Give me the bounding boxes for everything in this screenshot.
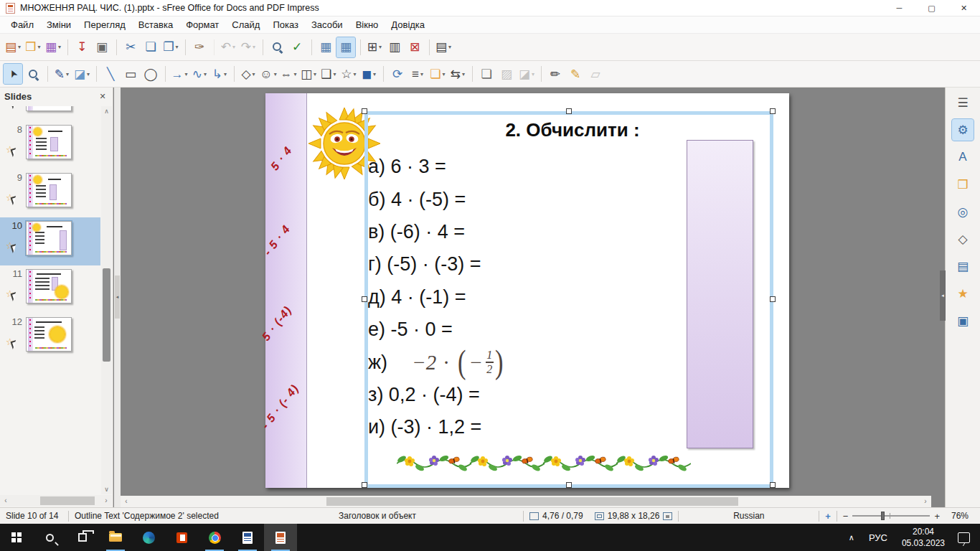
select-icon[interactable]: ➤	[4, 64, 22, 84]
properties-icon[interactable]: ⚙	[952, 119, 974, 141]
animation-indicator-icon[interactable]: ☆	[6, 194, 20, 207]
scroll-right-icon[interactable]: ›	[100, 495, 112, 507]
notification-center-icon[interactable]	[958, 532, 970, 543]
decorative-purple-rectangle[interactable]	[687, 140, 753, 448]
search-icon[interactable]	[33, 524, 66, 551]
zoom-slider[interactable]: − +	[837, 508, 946, 524]
slide-title[interactable]: 2. Обчислити :	[372, 119, 773, 141]
scroll-right-icon[interactable]: ›	[920, 496, 931, 507]
undo-icon[interactable]: ↶	[219, 37, 237, 57]
menu-item[interactable]: Слайд	[225, 17, 266, 32]
formula-image[interactable]: −2 · ( − 1 2 )	[412, 346, 504, 379]
edit-points-icon[interactable]: ✏	[546, 64, 565, 84]
animation-indicator-icon[interactable]: ☆	[6, 106, 20, 111]
ellipse-icon[interactable]: ◯	[141, 64, 160, 84]
zoom-in-button[interactable]: +	[934, 511, 940, 522]
delete-slide-icon[interactable]: ⊠	[405, 37, 424, 57]
decorative-left-band[interactable]: 5 · 4 - 5 · 4 5 · (-4) - 5 · (- 4)	[265, 93, 307, 488]
slides-panel-horizontal-scrollbar[interactable]: ‹ ›	[0, 495, 112, 507]
start-icon[interactable]	[0, 524, 33, 551]
zoom-icon[interactable]	[24, 64, 42, 84]
master-slides-icon[interactable]: ▣	[952, 310, 974, 331]
find-replace-icon[interactable]	[268, 37, 286, 57]
fill-color-icon[interactable]: ◪	[72, 64, 91, 84]
writer-icon[interactable]	[231, 524, 264, 551]
new-slide-icon[interactable]: ⊞	[365, 37, 384, 57]
align-objects-icon[interactable]: ≡	[408, 64, 427, 84]
lines-arrows-icon[interactable]: →	[170, 64, 189, 84]
scroll-down-icon[interactable]: ∨	[101, 484, 112, 494]
selection-handle-bottom-left[interactable]	[362, 482, 367, 488]
rotate-icon[interactable]: ⟳	[388, 64, 407, 84]
chrome-icon[interactable]	[198, 524, 231, 551]
slide-thumbnail[interactable]	[26, 173, 72, 207]
styles-icon[interactable]: A	[952, 146, 974, 168]
slides-panel-close-icon[interactable]: ✕	[97, 92, 108, 101]
star-shapes-icon[interactable]: ☆	[339, 64, 358, 84]
task-view-icon[interactable]	[66, 524, 99, 551]
animation-icon[interactable]: ★	[952, 283, 974, 304]
menu-item[interactable]: Зміни	[40, 17, 77, 32]
menu-item[interactable]: Показ	[266, 17, 305, 32]
minimize-button[interactable]: ─	[883, 0, 915, 16]
curve-icon[interactable]: ∿	[190, 64, 209, 84]
selection-handle-bottom-middle[interactable]	[566, 482, 572, 488]
basic-shapes-icon[interactable]: ◇	[239, 64, 258, 84]
duplicate-slide-icon[interactable]: ▥	[385, 37, 404, 57]
open-folder-icon[interactable]: ❒	[24, 37, 42, 57]
selection-handle-top-middle[interactable]	[566, 108, 572, 114]
slide-thumbnail[interactable]	[26, 317, 72, 352]
slide-thumbnail[interactable]	[26, 125, 72, 159]
edge-icon[interactable]	[132, 524, 165, 551]
insert-line-icon[interactable]: ╲	[101, 64, 120, 84]
menu-item[interactable]: Вікно	[349, 17, 385, 32]
snap-grid-icon[interactable]: ▦	[336, 37, 355, 57]
zoom-out-button[interactable]: −	[843, 511, 849, 522]
distribute-icon[interactable]: ⇆	[448, 64, 467, 84]
selection-handle-top-left[interactable]	[362, 108, 367, 114]
language-status[interactable]: Russian	[679, 508, 819, 524]
spelling-icon[interactable]: ✓	[288, 37, 306, 57]
rectangle-icon[interactable]: ▭	[121, 64, 140, 84]
slide-10-canvas[interactable]: 5 · 4 - 5 · 4 5 · (-4) - 5 · (- 4)	[265, 93, 789, 488]
scroll-up-icon[interactable]: ∧	[101, 106, 112, 116]
scroll-left-icon[interactable]: ‹	[121, 496, 132, 507]
menu-item[interactable]: Формат	[179, 17, 225, 32]
3d-objects-icon[interactable]: ◼	[359, 64, 378, 84]
print-icon[interactable]: ▣	[93, 37, 111, 57]
maximize-button[interactable]: ▢	[915, 0, 948, 16]
cut-icon[interactable]: ✂	[121, 37, 140, 57]
edit-canvas[interactable]: 5 · 4 - 5 · 4 5 · (-4) - 5 · (- 4)	[121, 88, 931, 507]
scrollbar-thumb[interactable]	[103, 268, 110, 362]
tray-expand-icon[interactable]: ∧	[842, 533, 862, 542]
menu-item[interactable]: Вставка	[132, 17, 179, 32]
clock[interactable]: 20:04 05.03.2023	[895, 526, 952, 549]
scrollbar-thumb[interactable]	[40, 496, 95, 505]
selection-handle-top-right[interactable]	[770, 108, 776, 114]
shapes-icon[interactable]: ◇	[952, 228, 974, 250]
zoom-thumb[interactable]	[881, 512, 885, 520]
menu-item[interactable]: Файл	[4, 17, 40, 32]
animation-indicator-icon[interactable]: ☆	[6, 242, 20, 255]
impress-icon[interactable]	[264, 524, 297, 551]
scrollbar-thumb[interactable]	[326, 497, 738, 506]
sidebar-menu-icon[interactable]: ☰	[952, 92, 974, 113]
copy-icon[interactable]: ❏	[141, 37, 160, 57]
redo-icon[interactable]: ↷	[239, 37, 258, 57]
slide-transition-icon[interactable]: ▤	[952, 255, 974, 277]
flowchart-icon[interactable]: ◫	[299, 64, 318, 84]
selection-handle-middle-left[interactable]	[362, 296, 367, 302]
slides-panel-vertical-scrollbar[interactable]: ∧ ∨	[101, 106, 112, 494]
save-icon[interactable]: ▦	[44, 37, 62, 57]
menu-item[interactable]: Засоби	[305, 17, 349, 32]
callout-shapes-icon[interactable]: ❑	[319, 64, 338, 84]
glue-points-icon[interactable]: ✎	[566, 64, 585, 84]
block-arrows-icon[interactable]: ⇔	[279, 64, 298, 84]
selection-handle-middle-right[interactable]	[770, 296, 776, 302]
zoom-level[interactable]: 76%	[946, 508, 980, 524]
slide-layout-icon[interactable]: ▤	[434, 37, 453, 57]
new-document-icon[interactable]: ▤	[4, 37, 22, 57]
shadow-icon[interactable]: ❏	[477, 64, 496, 84]
arrange-icon[interactable]: ❏	[428, 64, 447, 84]
panel-splitter[interactable]: ◂	[114, 88, 121, 507]
